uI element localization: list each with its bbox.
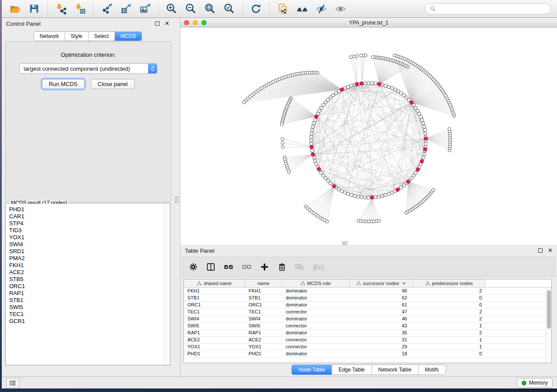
cell-mcds-role: dominator xyxy=(282,330,349,336)
cell-name: RAP1 xyxy=(245,330,282,336)
tab-mcds[interactable]: MCDS xyxy=(114,32,142,41)
table-scrollbar[interactable] xyxy=(546,288,551,363)
import-network-icon[interactable] xyxy=(51,1,70,16)
cell-mcds-role: connector xyxy=(282,337,349,343)
table-panel: Table Panel ✕ xyxy=(180,245,557,376)
cell-mcds-role: dominator xyxy=(282,351,349,357)
export-image-icon[interactable] xyxy=(135,1,155,16)
show-elements-icon xyxy=(331,1,350,16)
cell-predecessor-nodes: 1 xyxy=(413,323,485,329)
float-window-icon[interactable] xyxy=(155,21,159,26)
vertical-splitter[interactable] xyxy=(174,18,180,376)
table-row[interactable]: SWI4SWI4dominator462 xyxy=(184,316,551,323)
cell-shared-name: FKH1 xyxy=(184,288,245,294)
tab-motifs[interactable]: Motifs xyxy=(418,365,446,375)
table-scrollbar-thumb[interactable] xyxy=(547,290,551,329)
network-canvas[interactable] xyxy=(180,28,557,245)
task-history-button[interactable] xyxy=(6,378,19,388)
cell-successor-nodes: 46 xyxy=(349,316,413,322)
close-panel-icon[interactable]: ✕ xyxy=(548,248,553,253)
export-table-icon[interactable] xyxy=(116,1,135,16)
table-row[interactable]: YOX1YOX1connector291 xyxy=(184,344,551,351)
table-row[interactable]: FKH1FKH1dominator962 xyxy=(184,288,551,295)
save-session-icon[interactable] xyxy=(24,1,44,16)
tab-network[interactable]: Network xyxy=(34,32,65,41)
table-row[interactable]: ACE2ACE2connector311 xyxy=(184,337,551,344)
table-settings-gear-icon[interactable] xyxy=(189,262,198,272)
cell-name: TEC1 xyxy=(245,309,282,315)
cell-shared-name: TEC1 xyxy=(184,309,245,315)
cell-name: ORC1 xyxy=(245,302,282,308)
attribute-type-icon xyxy=(426,281,430,285)
select-stepper-icon xyxy=(148,64,157,73)
mcds-result-item: PMA2 xyxy=(9,255,164,262)
add-row-icon[interactable] xyxy=(260,262,269,272)
tab-network-table[interactable]: Network Table xyxy=(371,365,418,375)
table-body: FKH1FKH1dominator962STB1STB1dominator620… xyxy=(184,288,551,358)
table-row[interactable]: PHD1PHD1dominator180 xyxy=(184,351,551,358)
mcds-list-scrollbar[interactable] xyxy=(164,204,170,364)
column-header-shared-name[interactable]: shared name xyxy=(184,279,245,287)
table-row[interactable]: STB1STB1dominator620 xyxy=(184,295,551,302)
table-row[interactable]: TEC1TEC1connector472 xyxy=(184,309,551,316)
tab-select[interactable]: Select xyxy=(88,32,114,41)
list-icon xyxy=(9,379,17,387)
cell-mcds-role: dominator xyxy=(282,288,349,294)
select-all-checkboxes-icon[interactable] xyxy=(224,262,234,272)
tab-edge-table[interactable]: Edge Table xyxy=(332,365,371,375)
cell-predecessor-nodes: 2 xyxy=(413,330,485,336)
column-header-successor-nodes[interactable]: successor nodes xyxy=(349,279,413,287)
app-window: Control Panel ✕ NetworkStyleSelectMCDS O… xyxy=(2,0,557,389)
zoom-selected-icon[interactable] xyxy=(220,1,239,16)
search-input[interactable] xyxy=(439,6,546,12)
table-row[interactable]: SWI5SWI5connector431 xyxy=(184,323,551,330)
hide-elements-icon[interactable] xyxy=(311,1,331,16)
column-header-name[interactable]: name xyxy=(245,279,282,287)
table-header-row: shared namenameMCDS rolesuccessor nodesp… xyxy=(184,279,551,288)
memory-button[interactable]: Memory xyxy=(517,378,553,388)
cell-mcds-role: dominator xyxy=(282,302,349,308)
import-table-icon[interactable] xyxy=(70,1,90,16)
deselect-all-checkboxes-icon[interactable] xyxy=(242,262,252,271)
column-header-mcds-role[interactable]: MCDS role xyxy=(282,279,349,287)
cell-shared-name: SWI5 xyxy=(184,323,245,329)
share-document-icon[interactable] xyxy=(273,1,292,16)
svg-text:f(x): f(x) xyxy=(313,263,324,271)
column-header-predecessor-nodes[interactable]: predecessor nodes xyxy=(413,279,485,287)
cell-predecessor-nodes: 2 xyxy=(413,309,485,315)
mcds-result-item: ORC1 xyxy=(9,283,164,290)
zoom-fit-icon[interactable] xyxy=(201,1,220,16)
horizontal-splitter-handle[interactable] xyxy=(342,241,347,245)
show-columns-icon[interactable] xyxy=(206,262,215,272)
cell-predecessor-nodes: 1 xyxy=(413,337,485,343)
table-row[interactable]: ORC1ORC1dominator610 xyxy=(184,302,551,309)
cell-successor-nodes: 47 xyxy=(349,309,413,315)
cell-name: YOX1 xyxy=(245,344,282,350)
run-mcds-button[interactable]: Run MCDS xyxy=(42,79,85,89)
delete-row-icon[interactable] xyxy=(277,262,287,272)
cell-successor-nodes: 31 xyxy=(349,337,413,343)
tab-node-table[interactable]: Node Table xyxy=(292,365,332,375)
close-panel-icon[interactable]: ✕ xyxy=(165,21,170,26)
tab-style[interactable]: Style xyxy=(65,32,88,41)
status-bar: Memory xyxy=(2,376,557,389)
search-box[interactable] xyxy=(425,3,551,14)
refresh-view-icon[interactable] xyxy=(246,1,266,16)
export-network-icon[interactable] xyxy=(97,1,116,16)
table-panel-title: Table Panel xyxy=(185,248,214,254)
mcds-result-item: STP4 xyxy=(9,220,164,227)
cell-successor-nodes: 35 xyxy=(349,330,413,336)
table-row[interactable]: RAP1RAP1dominator352 xyxy=(184,330,551,337)
zoom-out-icon[interactable] xyxy=(181,1,201,16)
mcds-result-item: STB5 xyxy=(9,276,164,283)
zoom-in-icon[interactable] xyxy=(162,1,181,16)
optimization-criterion-select[interactable]: largest connected component (undirected) xyxy=(19,63,157,74)
splitter-handle[interactable] xyxy=(175,196,179,203)
close-panel-button[interactable]: Close panel xyxy=(91,79,135,89)
cell-successor-nodes: 43 xyxy=(349,323,413,329)
mcds-result-list: PHD1CAR1STP4TID3YOX1SWI4SRD1PMA2FKH1ACE2… xyxy=(6,204,164,364)
network-overview-icon[interactable] xyxy=(292,1,311,16)
float-window-icon[interactable] xyxy=(538,248,543,253)
mcds-result-item: YOX1 xyxy=(9,234,164,241)
open-file-icon[interactable] xyxy=(5,1,24,16)
